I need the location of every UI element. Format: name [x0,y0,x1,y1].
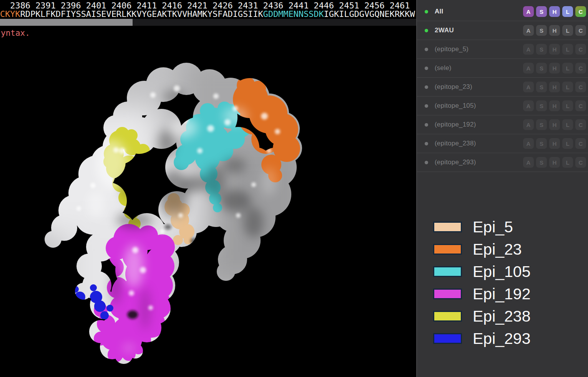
protein-surface[interactable] [0,0,416,377]
action-button-s[interactable]: S [536,157,547,168]
legend-item-epi_192: Epi_192 [433,289,530,299]
panel-row-2wau[interactable]: 2WAUASHLC [417,21,588,40]
legend-label: Epi_105 [473,264,530,280]
object-label[interactable]: (epitope_105) [435,102,523,110]
legend-label: Epi_192 [473,286,530,302]
action-button-c[interactable]: C [575,100,586,111]
legend-swatch [433,333,462,344]
action-button-s[interactable]: S [536,82,547,92]
action-button-s[interactable]: S [536,63,547,73]
action-button-l[interactable]: L [562,6,573,17]
action-button-a[interactable]: A [523,25,534,36]
sequence-segment[interactable]: IGKILGDGVGQNEKRKKW [324,9,415,19]
legend-item-epi_105: Epi_105 [433,266,530,277]
console-message: yntax. [1,28,30,38]
object-label[interactable]: 2WAU [435,27,523,34]
action-button-h[interactable]: H [549,157,560,168]
object-panel: AllASHLC2WAUASHLC(epitope_5)ASHLC(sele)A… [416,0,588,377]
sequence-viewer: 2386 2391 2396 2401 2406 2411 2416 2421 … [0,0,416,26]
action-button-s[interactable]: S [536,100,547,111]
action-button-c[interactable]: C [575,63,586,73]
action-button-a[interactable]: A [523,6,534,17]
legend-swatch [433,244,462,255]
visibility-dot [425,85,428,89]
object-label[interactable]: (epitope_238) [435,140,523,147]
action-button-h[interactable]: H [549,63,560,73]
action-button-c[interactable]: C [575,44,586,55]
action-button-h[interactable]: H [549,100,560,111]
panel-row-epitope-23[interactable]: (epitope_23)ASHLC [417,78,588,97]
action-button-s[interactable]: S [536,25,547,36]
action-button-s[interactable]: S [536,119,547,130]
object-label[interactable]: (sele) [435,64,523,72]
action-button-c[interactable]: C [575,6,586,17]
viewport-3d[interactable]: 2386 2391 2396 2401 2406 2411 2416 2421 … [0,0,416,377]
action-button-a[interactable]: A [523,63,534,73]
action-button-l[interactable]: L [562,25,573,36]
action-button-a[interactable]: A [523,44,534,55]
action-button-h[interactable]: H [549,82,560,92]
legend-item-epi_238: Epi_238 [433,311,530,322]
action-button-h[interactable]: H [549,119,560,130]
sequence-row[interactable]: CKYKRDPKLFKDFIYSSAISEVERLKKVYGEAKTKVVHAM… [0,9,415,19]
sequence-segment[interactable]: RDPKLFKDFIYSSAISEVERLKKVYGEAKTKVVHAMKYSF… [20,9,263,19]
action-button-l[interactable]: L [562,44,573,55]
action-button-h[interactable]: H [549,44,560,55]
visibility-dot [425,67,428,70]
panel-row-epitope-192[interactable]: (epitope_192)ASHLC [417,115,588,134]
action-button-h[interactable]: H [549,138,560,149]
panel-row-sele[interactable]: (sele)ASHLC [417,59,588,78]
panel-row-all[interactable]: AllASHLC [417,2,588,21]
action-button-l[interactable]: L [562,138,573,149]
action-button-l[interactable]: L [562,82,573,92]
action-button-a[interactable]: A [523,100,534,111]
sequence-scrollbar-thumb[interactable] [0,19,133,26]
visibility-dot [425,10,428,13]
action-button-c[interactable]: C [575,25,586,36]
legend-label: Epi_23 [473,242,522,257]
action-button-c[interactable]: C [575,82,586,92]
legend-swatch [433,266,462,277]
action-button-a[interactable]: A [523,138,534,149]
action-button-s[interactable]: S [536,44,547,55]
legend-item-epi_293: Epi_293 [433,333,530,344]
sequence-segment[interactable]: GDDMMENNSSDK [263,9,324,19]
action-button-c[interactable]: C [575,119,586,130]
action-button-a[interactable]: A [523,157,534,168]
action-button-a[interactable]: A [523,119,534,130]
legend-label: Epi_5 [473,219,513,235]
action-button-c[interactable]: C [575,157,586,168]
panel-row-epitope-293[interactable]: (epitope_293)ASHLC [417,153,588,172]
visibility-dot [425,104,428,108]
legend-item-epi_23: Epi_23 [433,244,530,255]
action-button-a[interactable]: A [523,82,534,92]
panel-row-epitope-5[interactable]: (epitope_5)ASHLC [417,40,588,59]
epitope-legend: Epi_5Epi_23Epi_105Epi_192Epi_238Epi_293 [433,222,530,355]
object-label[interactable]: All [435,8,523,15]
legend-label: Epi_238 [473,309,530,324]
object-label[interactable]: (epitope_293) [435,158,523,166]
panel-row-epitope-238[interactable]: (epitope_238)ASHLC [417,134,588,153]
object-label[interactable]: (epitope_23) [435,83,523,91]
action-button-l[interactable]: L [562,100,573,111]
action-button-h[interactable]: H [549,6,560,17]
object-label[interactable]: (epitope_192) [435,121,523,128]
sequence-segment[interactable]: CKYK [0,9,20,19]
object-list: AllASHLC2WAUASHLC(epitope_5)ASHLC(sele)A… [417,0,588,172]
action-button-l[interactable]: L [562,157,573,168]
sequence-scrollbar-track[interactable] [0,19,416,26]
action-button-l[interactable]: L [562,119,573,130]
pymol-window: 2386 2391 2396 2401 2406 2411 2416 2421 … [0,0,588,377]
legend-label: Epi_293 [473,331,530,347]
action-button-s[interactable]: S [536,138,547,149]
legend-swatch [433,311,462,322]
action-button-c[interactable]: C [575,138,586,149]
panel-row-epitope-105[interactable]: (epitope_105)ASHLC [417,97,588,115]
action-button-s[interactable]: S [536,6,547,17]
visibility-dot [425,29,428,32]
action-button-l[interactable]: L [562,63,573,73]
object-label[interactable]: (epitope_5) [435,45,523,53]
action-button-h[interactable]: H [549,25,560,36]
visibility-dot [425,48,428,51]
legend-item-epi_5: Epi_5 [433,222,530,232]
